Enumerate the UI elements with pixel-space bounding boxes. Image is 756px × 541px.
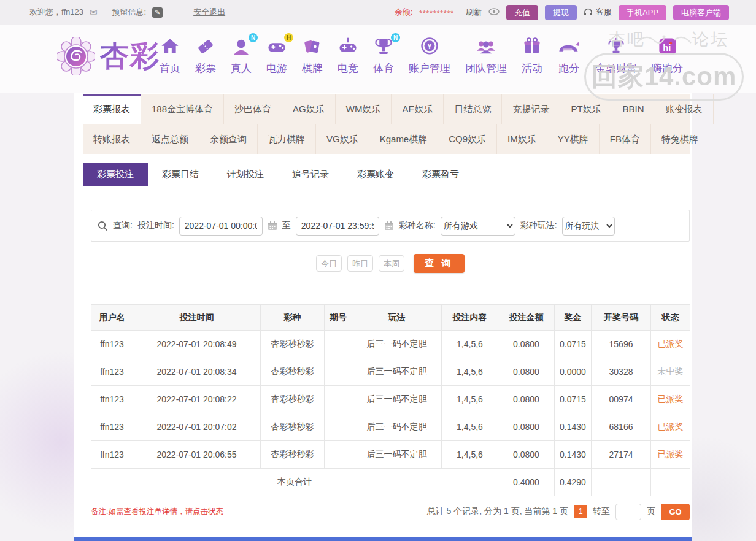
nav-item-cards[interactable]: 棋牌 [295, 36, 330, 75]
tab-ae[interactable]: AE娱乐 [392, 94, 444, 124]
subtab-plan-bet[interactable]: 计划投注 [213, 163, 278, 186]
game-select[interactable]: 所有游戏 [441, 217, 515, 236]
cell-status[interactable]: 已派奖 [651, 386, 690, 413]
refresh-balance-link[interactable]: 刷新 [466, 7, 482, 18]
cell-draw-number: 30328 [592, 358, 651, 386]
cell-status[interactable]: 未中奖 [651, 358, 690, 386]
this-week-button[interactable]: 本周 [379, 255, 404, 272]
col-issue: 期号 [325, 305, 352, 331]
cell-username: ffn123 [91, 413, 133, 441]
col-draw-number: 开奖号码 [592, 305, 651, 331]
cell-draw-number: 27174 [592, 441, 651, 469]
nav-item-team[interactable]: 团队管理 [458, 36, 514, 75]
tab-fb[interactable]: FB体育 [600, 124, 651, 154]
gift-icon [522, 36, 542, 60]
nav-item-lottery[interactable]: 彩票 [188, 36, 223, 75]
cell-bet-time: 2022-07-01 20:08:22 [133, 386, 261, 413]
nav-item-paofen[interactable]: 跑分 [550, 36, 588, 75]
nav-item-egames[interactable]: H 电游 [259, 36, 295, 75]
nav-item-hipaofen[interactable]: hi 嗨跑分 [644, 36, 690, 75]
yesterday-button[interactable]: 昨日 [347, 255, 373, 272]
time-to-input[interactable] [296, 217, 379, 236]
tab-saba-sport[interactable]: 沙巴体育 [224, 94, 282, 124]
tab-vg[interactable]: VG娱乐 [316, 124, 369, 154]
mail-icon[interactable]: ✉ [90, 7, 98, 18]
mobile-app-button[interactable]: 手机APP [619, 5, 666, 20]
nav-item-live[interactable]: N 真人 [223, 36, 259, 75]
goto-page-input[interactable] [615, 504, 641, 520]
main-nav: 首页 彩票 N 真人 H 电游 棋牌 电竞 [152, 36, 690, 75]
search-icon [98, 221, 108, 231]
nav-item-home[interactable]: 首页 [152, 36, 188, 75]
tab-kgame[interactable]: Kgame棋牌 [369, 124, 439, 154]
cell-prize: 0.0715 [555, 386, 592, 413]
brand-logo[interactable]: 杏彩 [57, 37, 160, 75]
nav-item-activity[interactable]: 活动 [514, 36, 550, 75]
subtab-lottery-bet[interactable]: 彩票投注 [83, 163, 148, 186]
cell-status[interactable]: 已派奖 [651, 413, 690, 441]
tab-lottery-report[interactable]: 彩票报表 [83, 94, 141, 124]
message-label: 预留信息: [112, 7, 147, 18]
time-from-input[interactable] [179, 217, 263, 236]
search-button[interactable]: 查 询 [414, 254, 465, 273]
tab-wali[interactable]: 瓦力棋牌 [258, 124, 316, 154]
logout-link[interactable]: 安全退出 [193, 7, 225, 18]
pc-client-button[interactable]: 电脑客户端 [673, 5, 729, 20]
col-bet-content: 投注内容 [442, 305, 498, 331]
cell-prize: 0.0715 [555, 331, 592, 358]
tab-account-change[interactable]: 账变报表 [655, 94, 714, 124]
play-select[interactable]: 所有玩法 [562, 217, 615, 236]
nav-item-account[interactable]: ¥ 账户管理 [401, 36, 458, 75]
cell-issue [325, 413, 352, 441]
cell-status[interactable]: 已派奖 [651, 441, 690, 469]
tab-yy[interactable]: YY棋牌 [547, 124, 600, 154]
tab-rebate-total[interactable]: 返点总额 [141, 124, 199, 154]
cell-bet-time: 2022-07-01 20:08:34 [133, 358, 261, 386]
col-play: 玩法 [352, 305, 442, 331]
tab-im[interactable]: IM娱乐 [497, 124, 547, 154]
tab-pt[interactable]: PT娱乐 [560, 94, 612, 124]
total-prize: 0.4290 [555, 469, 592, 496]
cell-draw-number: 00974 [592, 386, 651, 413]
cell-bet-content: 1,4,5,6 [442, 441, 498, 469]
tab-188-sport[interactable]: 188金宝博体育 [141, 94, 224, 124]
edit-message-icon[interactable]: ✎ [152, 7, 163, 18]
goto-label: 转至 [593, 506, 610, 517]
eye-icon[interactable] [488, 8, 500, 17]
subtab-lottery-change[interactable]: 彩票账变 [343, 163, 408, 186]
calendar-icon[interactable] [384, 221, 394, 231]
go-button[interactable]: GO [661, 504, 690, 520]
cell-play: 后三一码不定胆 [352, 413, 442, 441]
calendar-icon[interactable] [268, 221, 277, 231]
nav-item-esports[interactable]: 电竞 [330, 36, 366, 75]
tab-tetu[interactable]: 特兔棋牌 [651, 124, 709, 154]
subtab-chase-record[interactable]: 追号记录 [278, 163, 343, 186]
tab-ag[interactable]: AG娱乐 [282, 94, 336, 124]
nav-item-wealth[interactable]: 金鼎财富 [588, 36, 644, 75]
tab-transfer-report[interactable]: 转账报表 [83, 124, 141, 154]
table-row: ffn123 2022-07-01 20:07:02 杏彩秒秒彩 后三一码不定胆… [91, 413, 690, 441]
tab-wm[interactable]: WM娱乐 [336, 94, 392, 124]
recharge-button[interactable]: 充值 [506, 5, 538, 20]
cell-lottery: 杏彩秒秒彩 [261, 331, 325, 358]
tab-bbin[interactable]: BBIN [612, 94, 655, 124]
current-page-button[interactable]: 1 [574, 505, 587, 518]
cell-status[interactable]: 已派奖 [651, 331, 690, 358]
table-row: ffn123 2022-07-01 20:08:22 杏彩秒秒彩 后三一码不定胆… [91, 386, 690, 413]
subtab-lottery-pnl[interactable]: 彩票盈亏 [408, 163, 473, 186]
tab-deposit-record[interactable]: 充提记录 [502, 94, 560, 124]
tab-daily-overview[interactable]: 日结总览 [444, 94, 502, 124]
flower-logo-icon [57, 37, 95, 75]
subtab-lottery-daily[interactable]: 彩票日结 [148, 163, 213, 186]
cell-prize: 0.0000 [555, 358, 592, 386]
withdraw-button[interactable]: 提现 [545, 5, 577, 20]
nav-item-sports[interactable]: N 体育 [366, 36, 401, 75]
badge-n: N [391, 33, 400, 42]
tab-cq9[interactable]: CQ9娱乐 [438, 124, 497, 154]
today-button[interactable]: 今日 [316, 255, 342, 272]
customer-service-link[interactable]: 客服 [584, 7, 612, 18]
total-dash: — [592, 469, 651, 496]
tab-balance-query[interactable]: 余额查询 [199, 124, 258, 154]
brand-name: 杏彩 [100, 37, 160, 75]
cell-bet-content: 1,4,5,6 [442, 358, 498, 386]
